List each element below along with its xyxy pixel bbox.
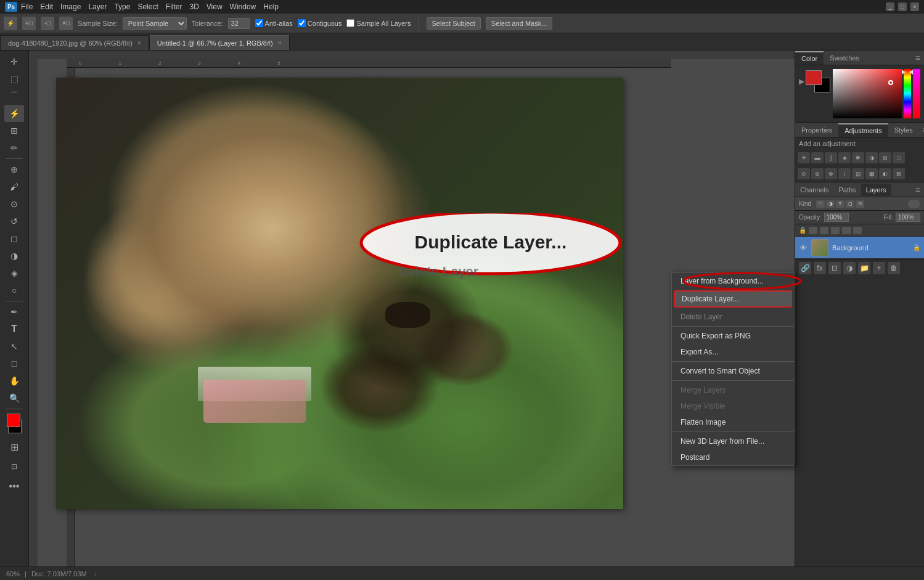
fill-input[interactable] [896, 213, 920, 222]
sample-all-checkbox[interactable] [346, 19, 354, 27]
eyedropper-tool[interactable]: ✏ [4, 139, 24, 157]
cm-postcard[interactable]: Postcard [672, 449, 794, 465]
lock-artboard-icon[interactable] [842, 227, 851, 234]
doc-info-arrow[interactable]: › [94, 570, 97, 578]
new-fill-button[interactable]: ◑ [843, 262, 856, 274]
properties-tab[interactable]: Properties [795, 124, 838, 136]
color-gradient[interactable] [833, 69, 902, 118]
colorlookup-adj-icon[interactable]: ⊗ [825, 168, 837, 179]
menu-select[interactable]: Select [137, 2, 158, 11]
color-arrow[interactable]: ▶ [799, 77, 804, 86]
menu-type[interactable]: Type [114, 2, 130, 11]
screen-mode-tool[interactable]: ⊞ [4, 438, 24, 455]
select-subject-button[interactable]: Select Subject [427, 17, 481, 30]
menu-layer[interactable]: Layer [88, 2, 107, 11]
gradient-map-adj-icon[interactable]: ◐ [879, 168, 891, 179]
hue-spectrum[interactable] [904, 69, 911, 118]
cm-quick-export[interactable]: Quick Export as PNG [672, 328, 794, 344]
threshold-adj-icon[interactable]: ▦ [865, 168, 878, 179]
filter-pixel-icon[interactable]: □ [816, 200, 825, 208]
bw-adj-icon[interactable]: □ [893, 152, 905, 163]
new-group-button[interactable]: 📁 [858, 262, 870, 274]
pen-tool[interactable]: ✒ [4, 303, 24, 321]
menu-file[interactable]: File [21, 2, 33, 11]
opacity-input[interactable] [824, 213, 849, 222]
tab-untitled-close[interactable]: × [278, 39, 282, 46]
foreground-color-swatch[interactable] [7, 414, 20, 427]
dodge-tool[interactable]: ○ [4, 282, 24, 299]
link-layers-button[interactable]: 🔗 [799, 262, 811, 274]
magic-wand-tool[interactable]: ⚡ [4, 105, 24, 122]
cm-flatten-image[interactable]: Flatten Image [672, 414, 794, 430]
subtract-selection-icon[interactable]: -□ [41, 17, 54, 30]
cm-duplicate-layer[interactable]: Duplicate Layer... [674, 290, 792, 308]
photofilter-adj-icon[interactable]: ⊙ [798, 168, 810, 179]
layers-tab[interactable]: Layers [861, 184, 891, 196]
add-mask-button[interactable]: ⊡ [828, 262, 841, 274]
menu-help[interactable]: Help [263, 2, 279, 11]
fg-color-square[interactable] [806, 70, 822, 85]
cm-layer-from-background[interactable]: Layer from Background... [672, 273, 794, 289]
styles-tab[interactable]: Styles [888, 124, 919, 136]
more-tools[interactable]: ••• [4, 478, 24, 495]
posterize-adj-icon[interactable]: ▤ [852, 168, 864, 179]
paths-tab[interactable]: Paths [833, 184, 861, 196]
menu-filter[interactable]: Filter [166, 2, 182, 11]
close-button[interactable]: × [910, 2, 919, 11]
invert-adj-icon[interactable]: ↕ [838, 168, 851, 179]
curves-adj-icon[interactable]: ∫ [825, 152, 837, 163]
clone-stamp-tool[interactable]: ⊙ [4, 195, 24, 213]
layer-background[interactable]: 👁 Background 🔒 [795, 237, 924, 259]
color-panel-menu[interactable]: ≡ [912, 53, 924, 63]
lock-all-icon[interactable] [853, 227, 862, 234]
menu-window[interactable]: Window [230, 2, 256, 11]
brush-tool[interactable]: 🖌 [4, 178, 24, 195]
path-select-tool[interactable]: ↖ [4, 338, 24, 355]
shape-tool[interactable]: □ [4, 355, 24, 372]
minimize-button[interactable]: _ [886, 2, 894, 11]
add-to-selection-icon[interactable]: +□ [22, 17, 36, 30]
cm-convert-smart-object[interactable]: Convert to Smart Object [672, 363, 794, 379]
cm-new-3d-layer[interactable]: New 3D Layer from File... [672, 433, 794, 449]
text-tool[interactable]: T [4, 321, 24, 338]
swatches-tab[interactable]: Swatches [824, 52, 865, 64]
colorbalance-adj-icon[interactable]: ⊞ [879, 152, 891, 163]
select-mask-button[interactable]: Select and Mask... [486, 17, 553, 30]
hand-tool[interactable]: ✋ [4, 372, 24, 390]
filter-type-icon[interactable]: T [836, 200, 844, 208]
levels-adj-icon[interactable]: ▬ [811, 152, 824, 163]
add-style-button[interactable]: fx [814, 262, 826, 274]
cm-export-as[interactable]: Export As... [672, 344, 794, 360]
crop-tool[interactable]: ⊞ [4, 122, 24, 139]
cm-delete-layer[interactable]: Delete Layer [672, 309, 794, 325]
channelmixer-adj-icon[interactable]: ⊕ [811, 168, 824, 179]
saturation-spectrum[interactable] [913, 69, 920, 118]
menu-3d[interactable]: 3D [189, 2, 198, 11]
brightness-adj-icon[interactable]: ☀ [798, 152, 810, 163]
menu-edit[interactable]: Edit [40, 2, 53, 11]
color-tab[interactable]: Color [795, 51, 824, 65]
contiguous-checkbox[interactable] [298, 19, 306, 27]
blur-tool[interactable]: ◈ [4, 264, 24, 282]
tab-dog-image[interactable]: dog-4180480_1920.jpg @ 60% (RGB/8#) × [0, 35, 149, 50]
anti-alias-checkbox[interactable] [255, 19, 263, 27]
delete-layer-button[interactable]: 🗑 [888, 262, 900, 274]
layer-filter-toggle[interactable] [908, 200, 920, 208]
vibrance-adj-icon[interactable]: ❋ [852, 152, 864, 163]
props-menu[interactable]: ≡ [919, 125, 924, 135]
selective-color-adj-icon[interactable]: ⊠ [893, 168, 905, 179]
layer-eye-background[interactable]: 👁 [799, 243, 807, 252]
menu-image[interactable]: Image [60, 2, 81, 11]
tolerance-input[interactable] [228, 18, 250, 29]
lock-transparent-icon[interactable] [809, 227, 817, 234]
marquee-tool[interactable]: ⬚ [4, 70, 24, 88]
zoom-tool[interactable]: 🔍 [4, 390, 24, 407]
menu-view[interactable]: View [206, 2, 223, 11]
new-layer-button[interactable]: + [873, 262, 885, 274]
filter-shape-icon[interactable]: ◻ [846, 200, 854, 208]
sample-size-select[interactable]: Point Sample 3 by 3 Average 5 by 5 Avera… [123, 17, 187, 30]
maximize-button[interactable]: □ [898, 2, 907, 11]
channels-tab[interactable]: Channels [795, 184, 833, 196]
lock-image-icon[interactable] [820, 227, 828, 234]
exposure-adj-icon[interactable]: ◈ [838, 152, 851, 163]
